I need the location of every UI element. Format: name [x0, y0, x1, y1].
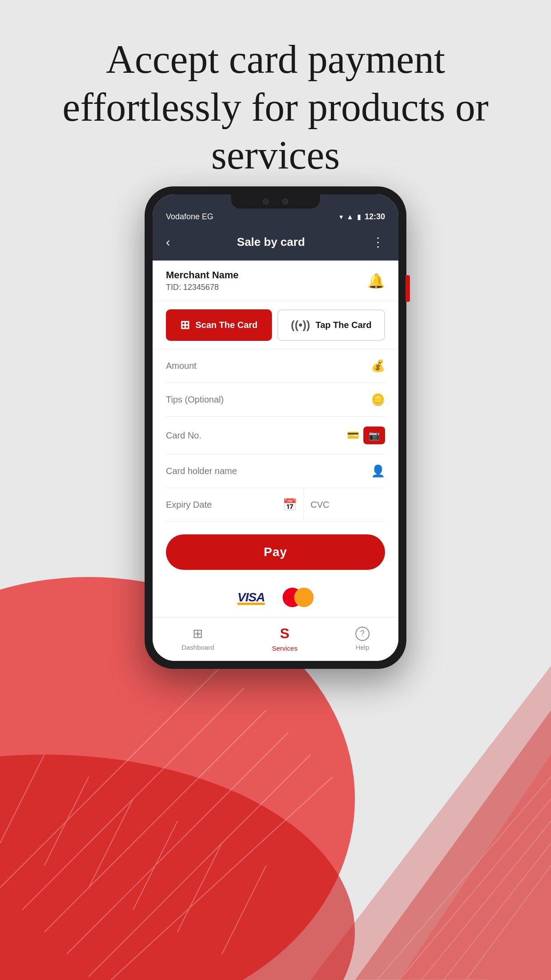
tips-icon: 🪙: [371, 393, 385, 407]
amount-icon: 💰: [371, 359, 385, 373]
phone-body: Vodafone EG ▾ ▲ ▮ 12:30 ‹ Sale by card ⋮…: [145, 186, 406, 669]
pay-button[interactable]: Pay: [166, 534, 385, 570]
svg-line-6: [89, 755, 311, 976]
battery-icon: ▮: [357, 213, 361, 221]
scan-icon: ⊞: [180, 318, 190, 332]
payment-logos: VISA: [153, 580, 398, 617]
svg-line-13: [222, 865, 266, 954]
phone-screen: Vodafone EG ▾ ▲ ▮ 12:30 ‹ Sale by card ⋮…: [153, 194, 398, 661]
services-label: Services: [272, 644, 298, 652]
dashboard-label: Dashboard: [181, 644, 214, 651]
svg-line-15: [399, 799, 551, 980]
front-camera: [263, 198, 269, 205]
notification-bell-icon[interactable]: 🔔: [367, 273, 385, 289]
bottom-nav: ⊞ Dashboard S Services ? Help: [153, 617, 398, 661]
help-label: Help: [355, 644, 369, 651]
phone-notch: [231, 194, 320, 209]
svg-line-2: [0, 666, 222, 888]
svg-line-14: [377, 777, 551, 980]
mc-orange-circle: [294, 588, 314, 607]
nfc-tap-icon: ((•)): [291, 318, 310, 332]
merchant-tid: TID: 12345678: [166, 283, 239, 292]
tips-field: 🪙: [166, 383, 385, 417]
expiry-cvc-row: 📅 🪪: [166, 488, 385, 522]
back-button[interactable]: ‹: [166, 235, 170, 249]
cvc-input[interactable]: [311, 500, 398, 510]
svg-line-8: [0, 755, 44, 843]
merchant-details: Merchant Name TID: 12345678: [166, 269, 239, 292]
phone-side-accent: [405, 275, 410, 302]
wifi-icon: ▾: [339, 213, 343, 221]
svg-point-1: [0, 755, 355, 980]
nav-help[interactable]: ? Help: [355, 627, 370, 651]
expiry-field: 📅: [166, 488, 304, 522]
help-icon: ?: [355, 627, 370, 641]
tap-card-label: Tap The Card: [315, 320, 371, 330]
app-header: ‹ Sale by card ⋮: [153, 226, 398, 261]
nav-services[interactable]: S Services: [272, 625, 298, 652]
amount-input[interactable]: [166, 361, 366, 371]
mastercard-logo: [283, 588, 314, 607]
tap-card-button[interactable]: ((•)) Tap The Card: [277, 309, 385, 341]
nav-dashboard[interactable]: ⊞ Dashboard: [181, 626, 214, 651]
merchant-info: Merchant Name TID: 12345678 🔔: [153, 261, 398, 301]
amount-field: 💰: [166, 349, 385, 383]
svg-line-10: [89, 799, 133, 888]
visa-logo: VISA: [237, 590, 264, 605]
cardholder-field: 👤: [166, 454, 385, 488]
status-icons: ▾ ▲ ▮ 12:30: [339, 212, 385, 221]
tips-input[interactable]: [166, 395, 366, 405]
person-icon: 👤: [371, 464, 385, 478]
hero-title: Accept card payment effortlessly for pro…: [27, 36, 524, 179]
more-button[interactable]: ⋮: [372, 235, 385, 249]
signal-icon: ▲: [346, 213, 354, 221]
cardholder-input[interactable]: [166, 466, 366, 476]
calendar-icon: 📅: [283, 498, 297, 512]
payment-form: 💰 🪙 💳 📷 👤: [153, 349, 398, 522]
scan-card-label: Scan The Card: [195, 320, 257, 330]
svg-line-9: [44, 777, 89, 865]
card-actions: ⊞ Scan The Card ((•)) Tap The Card: [153, 301, 398, 349]
svg-line-16: [421, 821, 551, 980]
svg-line-17: [444, 843, 551, 980]
merchant-name: Merchant Name: [166, 269, 239, 281]
carrier-text: Vodafone EG: [166, 212, 213, 221]
header-title: Sale by card: [170, 235, 372, 249]
svg-line-18: [466, 865, 551, 980]
hero-text-container: Accept card payment effortlessly for pro…: [0, 36, 551, 179]
expiry-input[interactable]: [166, 500, 278, 510]
cvc-field: 🪪: [304, 488, 398, 522]
svg-line-3: [22, 688, 244, 910]
scan-card-button[interactable]: ⊞ Scan The Card: [166, 309, 272, 341]
svg-line-4: [44, 710, 266, 932]
services-icon: S: [280, 625, 289, 642]
card-icon: 💳: [347, 430, 359, 441]
front-sensor: [282, 198, 288, 205]
svg-line-12: [177, 843, 222, 932]
svg-line-7: [111, 777, 333, 980]
phone-mockup: Vodafone EG ▾ ▲ ▮ 12:30 ‹ Sale by card ⋮…: [145, 186, 406, 669]
svg-line-5: [67, 732, 288, 954]
card-number-field: 💳 📷: [166, 417, 385, 454]
svg-line-11: [133, 821, 177, 910]
camera-scan-button[interactable]: 📷: [363, 427, 385, 444]
card-number-input[interactable]: [166, 431, 342, 441]
pay-section: Pay: [153, 522, 398, 580]
dashboard-icon: ⊞: [193, 626, 203, 641]
status-time: 12:30: [365, 212, 385, 221]
